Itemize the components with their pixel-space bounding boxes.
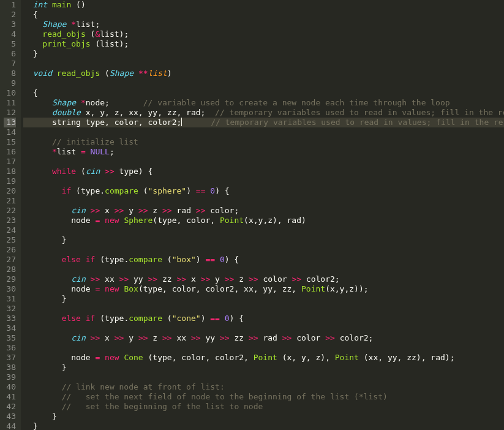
token-plain: z <box>148 333 162 342</box>
line-number: 30 <box>4 284 16 294</box>
token-plain: zz <box>230 333 249 342</box>
code-line[interactable]: cin >> xx >> yy >> zz >> x >> y >> z >> … <box>23 274 504 284</box>
token-plain: string type, color, color2; <box>52 118 181 127</box>
line-number: 12 <box>4 108 16 118</box>
token-plain: color <box>291 333 325 342</box>
code-line[interactable] <box>23 225 504 235</box>
code-line[interactable]: double x, y, z, xx, yy, zz, rad; // temp… <box>23 108 504 118</box>
code-line[interactable]: node = new Cone (type, color, color2, Po… <box>23 353 504 363</box>
code-line[interactable]: } <box>23 49 504 59</box>
token-op: >> <box>148 274 158 284</box>
token-comment: // set the beginning of the list to node <box>62 402 263 411</box>
code-line[interactable]: // link new node at front of list: <box>23 382 504 392</box>
code-line[interactable] <box>23 304 504 314</box>
code-line[interactable]: void read_objs (Shape **list) <box>23 69 504 78</box>
token-op: >> <box>191 333 201 342</box>
code-line[interactable]: if (type.compare ("sphere") == 0) { <box>23 186 504 196</box>
indent <box>23 274 71 284</box>
code-line[interactable]: } <box>23 294 504 304</box>
token-plain <box>47 0 52 9</box>
token-plain: yy <box>129 274 148 284</box>
token-plain: node <box>71 284 95 293</box>
indent <box>23 412 52 421</box>
token-op: = <box>81 147 86 156</box>
token-type: cin <box>71 333 85 342</box>
line-number: 44 <box>4 421 16 430</box>
indent <box>23 29 42 39</box>
code-line[interactable] <box>23 343 504 353</box>
line-number: 31 <box>4 294 16 304</box>
token-string: "box" <box>172 255 196 264</box>
code-line[interactable] <box>23 265 504 274</box>
indent <box>23 147 52 156</box>
code-line[interactable] <box>23 323 504 333</box>
token-plain <box>81 314 86 323</box>
token-plain: list <box>57 147 81 156</box>
code-line[interactable]: *list = NULL; <box>23 147 504 157</box>
code-line[interactable] <box>23 196 504 206</box>
token-plain <box>220 314 225 323</box>
token-comment: // initialize list <box>52 137 138 146</box>
token-plain: (list); <box>91 39 129 48</box>
code-line[interactable]: cin >> x >> y >> z >> rad >> color; <box>23 206 504 216</box>
code-line[interactable]: } <box>23 235 504 245</box>
code-line[interactable]: else if (type.compare ("cone") == 0) { <box>23 314 504 323</box>
code-line[interactable]: } <box>23 412 504 421</box>
token-op: >> <box>91 206 100 215</box>
line-number: 2 <box>4 10 16 20</box>
code-line[interactable] <box>23 372 504 382</box>
code-line[interactable]: } <box>23 421 504 430</box>
code-line[interactable]: read_objs (&list); <box>23 29 504 39</box>
code-line[interactable]: else if (type.compare ("box") == 0) { <box>23 255 504 265</box>
token-plain: (type, color, <box>152 216 220 225</box>
code-line[interactable] <box>23 127 504 137</box>
token-plain <box>134 69 138 78</box>
code-editor[interactable]: 1234567891011121314151617181920212223242… <box>0 0 504 430</box>
line-number: 8 <box>4 69 16 78</box>
code-line[interactable]: node = new Sphere(type, color, Point(x,y… <box>23 216 504 225</box>
token-plain: x, y, z, xx, yy, zz, rad; <box>81 108 215 117</box>
code-line[interactable]: node = new Box(type, color, color2, xx, … <box>23 284 504 294</box>
token-plain: z <box>234 274 248 284</box>
code-area[interactable]: int main () { Shape *list; read_objs (&l… <box>21 0 504 430</box>
token-op: >> <box>138 206 148 215</box>
code-line[interactable]: int main () <box>23 0 504 10</box>
code-line[interactable]: { <box>23 88 504 98</box>
code-line[interactable] <box>23 157 504 167</box>
code-line[interactable]: } <box>23 363 504 372</box>
code-line[interactable] <box>23 59 504 69</box>
code-line[interactable]: { <box>23 10 504 20</box>
token-func: Box <box>124 284 138 293</box>
token-const: NULL <box>91 147 110 156</box>
token-keyword: if <box>86 255 96 264</box>
code-line[interactable]: // set the next field of node to the beg… <box>23 392 504 402</box>
token-type: cin <box>71 206 85 215</box>
token-plain: color2; <box>301 274 340 284</box>
token-plain: } <box>62 235 67 244</box>
line-number: 16 <box>4 147 16 157</box>
token-type: cin <box>86 167 100 176</box>
code-line[interactable] <box>23 245 504 255</box>
code-line[interactable] <box>23 176 504 186</box>
code-line[interactable]: cin >> x >> y >> z >> xx >> yy >> zz >> … <box>23 333 504 343</box>
code-line[interactable]: Shape *node; // variable used to create … <box>23 98 504 108</box>
code-line[interactable] <box>23 78 504 88</box>
token-op: >> <box>177 274 187 284</box>
code-line[interactable]: // initialize list <box>23 137 504 147</box>
code-line[interactable]: print_objs (list); <box>23 39 504 49</box>
line-number: 24 <box>4 225 16 235</box>
token-plain: xx <box>172 333 191 342</box>
token-keyword: if <box>86 314 96 323</box>
token-plain: ( <box>100 69 110 78</box>
token-type: cin <box>71 274 85 284</box>
code-line[interactable]: // set the beginning of the list to node <box>23 402 504 412</box>
indent <box>23 402 62 411</box>
code-line[interactable]: string type, color, color2; // temporary… <box>23 118 504 127</box>
code-line[interactable]: while (cin >> type) { <box>23 167 504 176</box>
indent <box>23 20 42 29</box>
token-plain: { <box>33 10 38 19</box>
token-plain <box>81 255 86 264</box>
line-number: 19 <box>4 176 16 186</box>
token-op: == <box>210 314 220 323</box>
code-line[interactable]: Shape *list; <box>23 20 504 29</box>
